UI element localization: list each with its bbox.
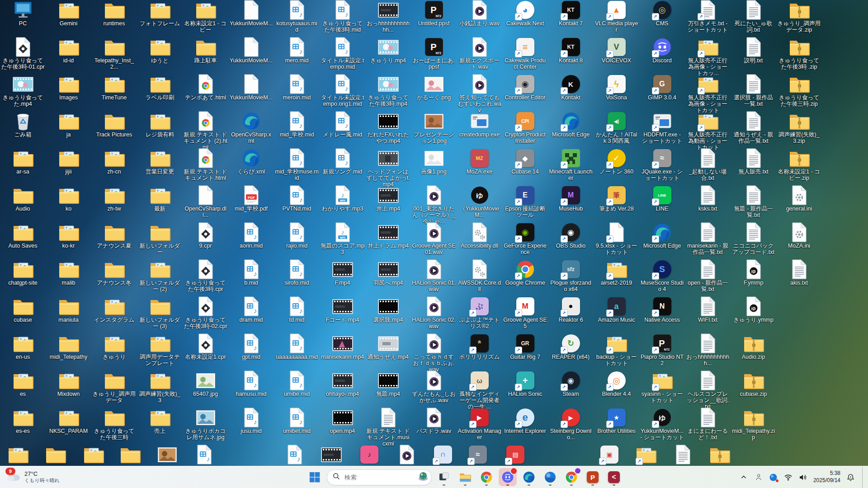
weather-temperature: 27°C [24, 470, 60, 478]
app-icon: ▤↗ [505, 445, 526, 465]
search-input[interactable] [344, 474, 414, 481]
desktop-icon[interactable] [148, 445, 186, 465]
taskbar: 9 27°C くもり時々晴れ P< [0, 466, 868, 488]
txt-icon [672, 445, 694, 465]
running-indicator-dot [528, 484, 530, 486]
svg-text:z: z [850, 475, 851, 478]
wav-icon [396, 445, 418, 465]
app-icon: ≈↗ [467, 445, 489, 465]
notification-badge [510, 467, 518, 475]
taskbar-app-blue-sphere-app[interactable] [541, 468, 559, 486]
search-highlight-globe-icon[interactable] [418, 471, 429, 483]
desktop-icon[interactable] [664, 445, 702, 465]
mid-icon: ♪ [193, 445, 215, 465]
taskbar-app-cubase[interactable]: < [605, 468, 623, 486]
desktop-icon[interactable] [37, 445, 75, 465]
desktop-icon[interactable] [701, 445, 739, 465]
wifi-icon[interactable] [783, 470, 793, 484]
shortcut-arrow-icon: ↗ [467, 458, 475, 465]
taskbar-app-chrome[interactable] [477, 468, 495, 486]
notification-bell-icon[interactable]: z [845, 470, 855, 484]
desktop-icon[interactable]: ▤↗ [496, 445, 534, 465]
clock-time: 5:38 [813, 470, 840, 477]
running-indicator-dot [443, 484, 445, 486]
start-button[interactable] [306, 468, 324, 486]
tray-chevron-up-icon[interactable] [739, 470, 749, 484]
running-indicator-dot [613, 484, 615, 486]
running-indicator-dot [591, 484, 594, 486]
shortcut-arrow-icon: ↗ [433, 458, 440, 465]
shortcut-arrow-icon: ↗ [636, 458, 643, 465]
profile-badge [574, 467, 581, 474]
mid-icon: ♪ [284, 445, 306, 465]
fm-icon [7, 445, 29, 465]
desktop-icon[interactable] [388, 445, 426, 465]
show-desktop-button[interactable] [862, 466, 864, 488]
app-icon: ∩↗ [432, 445, 454, 465]
running-indicator-dot [570, 484, 573, 486]
running-indicator-dot [549, 484, 552, 486]
desktop-icon[interactable]: ♪ [276, 445, 314, 465]
taskbar-clock[interactable]: 5:38 2025/09/14 [813, 470, 840, 484]
search-box[interactable] [327, 469, 432, 485]
app-icon: ♪ [359, 445, 380, 465]
desktop-icon[interactable]: ↗ [627, 445, 665, 465]
desktop-bottom-row: ♪♪♪∩↗≈↗▤↗▣↗↗ [0, 0, 868, 488]
app-icon: ▣↗ [599, 445, 620, 465]
vid-icon [321, 445, 342, 465]
running-indicator-dot [485, 484, 488, 486]
search-icon [333, 473, 340, 482]
clock-date: 2025/09/14 [813, 477, 840, 484]
desktop-icon[interactable] [0, 445, 37, 465]
taskbar-app-file-explorer[interactable] [456, 468, 474, 486]
tray-red-dot-badge [776, 479, 778, 482]
windows-logo-icon [309, 472, 320, 483]
taskbar-app-powerpoint[interactable]: P [584, 468, 602, 486]
taskbar-app-chrome-profile2[interactable] [562, 468, 580, 486]
desktop-icon[interactable]: ▣↗ [590, 445, 628, 465]
svg-text:♪: ♪ [297, 455, 301, 463]
running-indicator-dot [464, 484, 467, 486]
taskbar-app-icons: P< [435, 468, 623, 486]
fz-icon [709, 445, 731, 465]
taskbar-app-app-squares[interactable] [435, 468, 453, 486]
desktop-icon[interactable] [75, 445, 113, 465]
shortcut-arrow-icon: ↗ [599, 458, 606, 465]
notification-count-badge: 9 [5, 468, 15, 475]
weather-widget[interactable]: 9 27°C くもり時々晴れ [3, 466, 63, 488]
shortcut-arrow-icon: ↗ [505, 458, 512, 465]
desktop-icon[interactable]: ∩↗ [424, 445, 462, 465]
desktop-icon[interactable] [312, 445, 350, 465]
fm-icon [83, 445, 104, 465]
taskbar-center-group: P< [306, 466, 623, 488]
system-tray: 5:38 2025/09/14 z [739, 466, 864, 488]
running-indicator-dot [506, 484, 509, 486]
f-icon [45, 445, 66, 465]
desktop-icon[interactable]: ≈↗ [459, 445, 497, 465]
taskbar-app-discord[interactable] [499, 468, 517, 486]
tray-language-sphere-icon[interactable] [769, 470, 778, 484]
tray-accessibility-icon[interactable] [754, 470, 764, 484]
weather-description: くもり時々晴れ [24, 478, 60, 484]
desktop-icon[interactable]: ♪ [185, 445, 223, 465]
desktop-icon[interactable] [111, 445, 149, 465]
f-icon [119, 445, 141, 465]
volume-icon[interactable] [798, 470, 808, 484]
desktop-icon[interactable]: ♪ [350, 445, 388, 465]
taskbar-app-edge[interactable] [520, 468, 538, 486]
fm-icon: ↗ [635, 445, 657, 465]
img-icon [156, 445, 178, 465]
svg-text:♪: ♪ [207, 455, 210, 463]
